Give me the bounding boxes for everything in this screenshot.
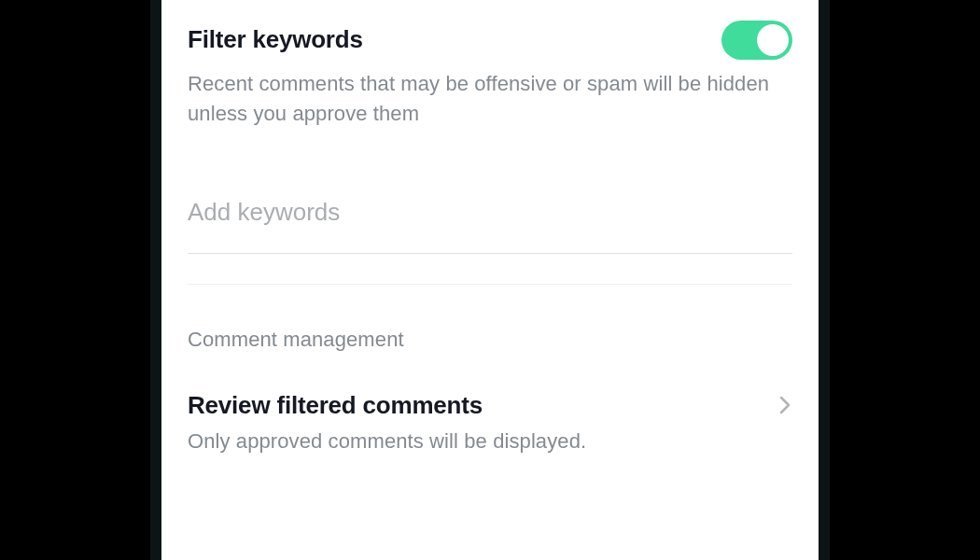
review-filtered-comments-desc: Only approved comments will be displayed…: [188, 420, 792, 454]
screen: unless you approve them Filter keywords …: [161, 0, 819, 560]
filter-keywords-toggle[interactable]: [721, 21, 792, 60]
review-filtered-comments-row[interactable]: Review filtered comments Only approved c…: [188, 352, 792, 454]
chevron-right-icon: [777, 394, 792, 416]
add-keywords-input[interactable]: [188, 190, 792, 254]
filter-keywords-desc: Recent comments that may be offensive or…: [188, 60, 785, 129]
filter-keywords-title: Filter keywords: [188, 25, 363, 54]
device-frame: unless you approve them Filter keywords …: [150, 0, 830, 560]
review-filtered-comments-title: Review filtered comments: [188, 391, 483, 420]
filter-keywords-setting: Filter keywords Recent comments that may…: [188, 0, 792, 129]
comment-management-header: Comment management: [188, 285, 792, 352]
